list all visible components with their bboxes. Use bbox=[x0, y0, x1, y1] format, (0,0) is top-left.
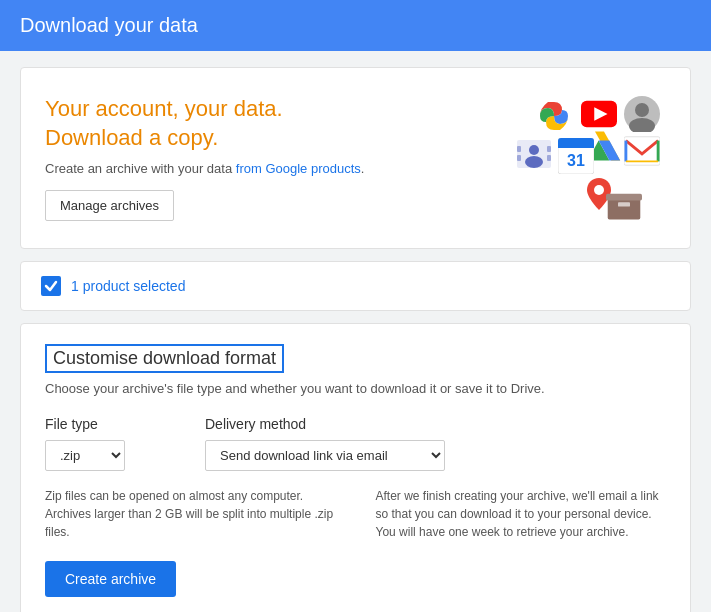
page-title: Download your data bbox=[20, 14, 198, 36]
delivery-method-description: After we finish creating your archive, w… bbox=[376, 487, 667, 541]
svg-rect-11 bbox=[547, 146, 551, 152]
svg-point-25 bbox=[594, 185, 604, 195]
hero-text: Your account, your data. Download a copy… bbox=[45, 95, 364, 220]
selected-text: 1 product selected bbox=[71, 278, 185, 294]
hero-description: Create an archive with your data from Go… bbox=[45, 161, 364, 176]
svg-rect-9 bbox=[517, 146, 521, 152]
svg-point-8 bbox=[525, 156, 543, 168]
google-calendar-icon: 31 bbox=[558, 138, 594, 174]
svg-rect-12 bbox=[547, 155, 551, 161]
google-account-icon bbox=[624, 96, 660, 132]
manage-archives-button[interactable]: Manage archives bbox=[45, 190, 174, 221]
file-type-label: File type bbox=[45, 416, 125, 432]
svg-point-4 bbox=[635, 103, 649, 117]
google-photos-icon bbox=[536, 98, 572, 134]
google-icons-cluster: 31 bbox=[506, 88, 666, 228]
svg-rect-28 bbox=[618, 202, 630, 206]
svg-rect-27 bbox=[606, 194, 642, 201]
google-products-link[interactable]: from Google products bbox=[236, 161, 361, 176]
hero-heading: Your account, your data. Download a copy… bbox=[45, 95, 364, 152]
svg-point-7 bbox=[529, 145, 539, 155]
create-archive-button[interactable]: Create archive bbox=[45, 561, 176, 597]
gmail-icon bbox=[624, 133, 660, 169]
main-content: Your account, your data. Download a copy… bbox=[0, 51, 711, 612]
archive-box-icon bbox=[606, 186, 642, 222]
hero-card: Your account, your data. Download a copy… bbox=[20, 67, 691, 249]
format-options-row: File type .zip .tgz .tbz Delivery method… bbox=[45, 416, 666, 471]
customise-card: Customise download format Choose your ar… bbox=[20, 323, 691, 612]
svg-rect-10 bbox=[517, 155, 521, 161]
customise-subtitle: Choose your archive's file type and whet… bbox=[45, 381, 666, 396]
google-contacts-icon bbox=[516, 136, 552, 172]
product-selected-card: 1 product selected bbox=[20, 261, 691, 311]
delivery-method-label: Delivery method bbox=[205, 416, 445, 432]
page-header: Download your data bbox=[0, 0, 711, 51]
delivery-method-group: Delivery method Send download link via e… bbox=[205, 416, 445, 471]
svg-rect-19 bbox=[558, 145, 594, 148]
delivery-method-select[interactable]: Send download link via email Add to Driv… bbox=[205, 440, 445, 471]
file-type-group: File type .zip .tgz .tbz bbox=[45, 416, 125, 471]
svg-text:31: 31 bbox=[567, 152, 585, 169]
customise-title: Customise download format bbox=[45, 344, 284, 373]
format-descriptions-row: Zip files can be opened on almost any co… bbox=[45, 487, 666, 541]
file-type-description: Zip files can be opened on almost any co… bbox=[45, 487, 336, 541]
file-type-select[interactable]: .zip .tgz .tbz bbox=[45, 440, 125, 471]
youtube-icon bbox=[581, 96, 617, 132]
selected-checkbox[interactable] bbox=[41, 276, 61, 296]
